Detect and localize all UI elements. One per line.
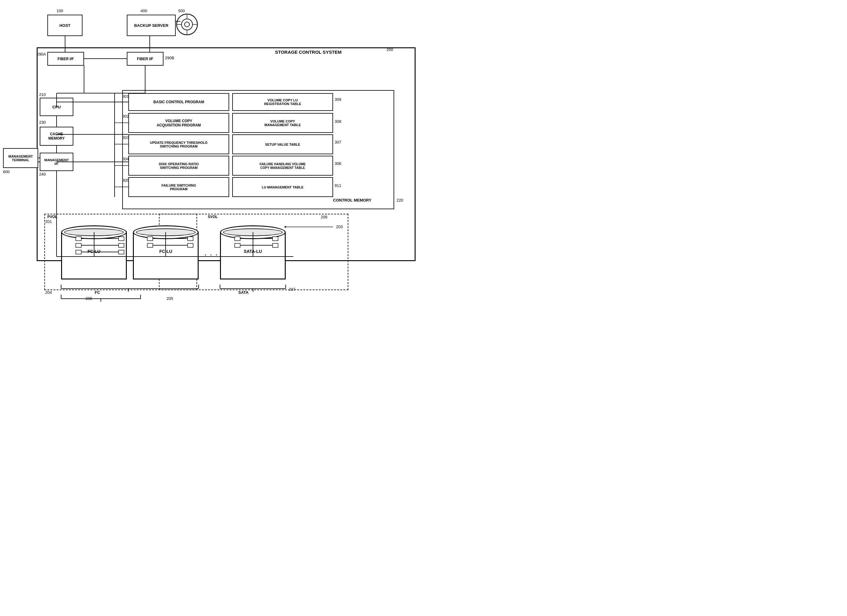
dots-separator: . . . — [205, 251, 218, 257]
volume-copy-acq-box: VOLUME COPY ACQUISITION PROGRAM — [128, 113, 229, 133]
ref-220: 220 — [397, 198, 403, 202]
vol-copy-mgmt-box: VOLUME COPY MANAGEMENT TABLE — [232, 113, 333, 133]
lu-mgmt-box: LU MANAGEMENT TABLE — [232, 177, 333, 197]
cpu-box: CPU — [40, 98, 73, 116]
storage-system-label: STORAGE CONTROL SYSTEM — [275, 50, 342, 55]
sata-lu-cylinder: SATA-LU — [220, 223, 286, 281]
ref-308: 308 — [335, 119, 341, 124]
fiber-if-a-box: FIBER I/F — [47, 52, 84, 66]
ref-230: 230 — [39, 120, 46, 125]
ref-304: 304 — [122, 157, 129, 161]
ref-200: 200 — [387, 47, 393, 52]
ref-301: 301 — [122, 94, 129, 99]
cache-memory-box: CACHE MEMORY — [40, 127, 73, 146]
fc-lu1-cylinder: FC-LU — [61, 223, 127, 281]
ref-205b: 205 — [167, 296, 173, 301]
host-box: HOST — [47, 15, 83, 36]
pvol-label: PVOL — [47, 215, 58, 219]
control-memory-label: CONTROL MEMORY — [333, 198, 372, 202]
fc-lu2-cylinder: FC-LU — [133, 223, 199, 281]
ref-204: 204 — [45, 290, 52, 295]
disk-op-box: DISK OPERATING RATIO SWITCHING PROGRAM — [128, 156, 229, 175]
ref-307: 307 — [335, 140, 341, 144]
failure-handling-box: FAILURE HANDLING VOLUME COPY MANAGEMENT … — [232, 156, 333, 175]
ref-240: 240 — [39, 172, 46, 177]
management-if-box: MANAGEMENT I/F — [40, 153, 73, 171]
ref-207: 207 — [289, 287, 295, 292]
fiber-if-b-box: FIBER I/F — [127, 52, 164, 66]
svg-point-50 — [184, 22, 189, 27]
backup-server-box: BACKUP SERVER — [127, 15, 176, 36]
vol-copy-lu-reg-box: VOLUME COPY LU REGISTRATION TABLE — [232, 93, 333, 111]
failure-switch-box: FAILURE SWITCHING PROGRAM — [128, 177, 229, 197]
ref-500: 500 — [178, 9, 185, 13]
ref-911: 911 — [335, 183, 341, 188]
ref-205a: 205 — [86, 296, 92, 301]
diagram: 100 HOST 400 BACKUP SERVER 500 STORAGE C… — [0, 0, 424, 308]
ref-210: 210 — [39, 92, 46, 97]
management-terminal-box: MANAGEMENT TERMINAL — [3, 148, 38, 168]
ref-303: 303 — [122, 135, 129, 140]
ref-302: 302 — [122, 114, 129, 118]
fc-label: FC — [95, 290, 100, 295]
update-freq-box: UPDATE FREQUENCY THRESHOLD SWITCHING PRO… — [128, 134, 229, 154]
ref-100: 100 — [56, 9, 63, 13]
ref-206: 206 — [321, 215, 328, 219]
ref-290a: 290A — [37, 52, 46, 56]
ref-201: 201 — [45, 219, 52, 224]
ref-306: 306 — [335, 161, 341, 166]
tape-icon — [176, 13, 199, 36]
ref-203: 203 — [336, 224, 343, 229]
ref-400: 400 — [140, 9, 147, 13]
ref-309: 309 — [335, 97, 341, 102]
basic-control-box: BASIC CONTROL PROGRAM — [128, 93, 229, 111]
ref-290b: 290B — [165, 56, 174, 60]
svol-label: SVOL — [208, 215, 218, 219]
ref-600: 600 — [3, 169, 10, 174]
setup-value-box: SETUP VALUE TABLE — [232, 134, 333, 154]
sata-label: SATA — [238, 290, 248, 295]
ref-305: 305 — [122, 178, 129, 183]
